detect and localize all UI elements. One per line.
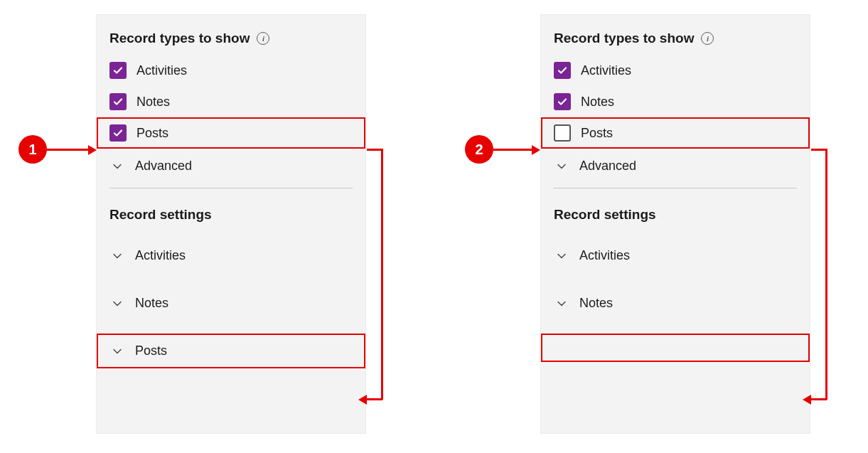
chevron-down-icon: [112, 161, 122, 171]
callout-marker-2-text: 2: [475, 142, 483, 158]
expander-activities-label: Activities: [579, 248, 630, 263]
checkbox-notes-label: Notes: [136, 95, 170, 110]
expander-advanced[interactable]: Advanced: [97, 149, 365, 183]
divider: [554, 188, 797, 188]
expander-advanced-label: Advanced: [579, 159, 636, 174]
expander-activities[interactable]: Activities: [97, 238, 365, 273]
expander-advanced[interactable]: Advanced: [541, 149, 810, 183]
checkbox-notes[interactable]: [554, 93, 571, 110]
checkbox-posts[interactable]: [109, 124, 127, 142]
callout-marker-2: 2: [465, 135, 493, 164]
checkbox-activities[interactable]: [109, 62, 127, 79]
checkbox-posts-label: Posts: [136, 126, 168, 141]
expander-activities-label: Activities: [135, 248, 186, 263]
settings-panel-right: Record types to show i Activities Notes …: [540, 14, 810, 434]
info-icon[interactable]: i: [701, 32, 714, 45]
checkbox-activities[interactable]: [554, 62, 571, 79]
checkbox-row-posts[interactable]: Posts: [97, 117, 365, 149]
connector-line: [811, 149, 827, 151]
expander-notes-label: Notes: [135, 296, 168, 311]
settings-panel-left: Record types to show i Activities Notes …: [96, 14, 366, 434]
expander-advanced-label: Advanced: [135, 159, 192, 174]
record-types-heading-text: Record types to show: [109, 31, 250, 46]
checkbox-posts-label: Posts: [581, 126, 613, 141]
chevron-down-icon: [112, 251, 122, 261]
chevron-down-icon: [557, 161, 567, 171]
record-settings-heading-text: Record settings: [109, 207, 212, 223]
checkbox-activities-label: Activities: [581, 63, 631, 78]
chevron-down-icon: [112, 346, 122, 356]
chevron-down-icon: [557, 299, 567, 309]
checkbox-activities-label: Activities: [136, 63, 187, 78]
expander-activities[interactable]: Activities: [541, 238, 810, 273]
info-icon[interactable]: i: [257, 32, 269, 45]
record-types-heading: Record types to show i: [97, 15, 365, 55]
record-settings-heading-text: Record settings: [554, 207, 656, 223]
connector-line: [367, 149, 382, 151]
record-settings-heading: Record settings: [97, 191, 365, 231]
connector-line: [811, 398, 827, 400]
callout-marker-1-text: 1: [28, 142, 36, 158]
arrow-head-icon: [358, 395, 367, 405]
checkbox-row-activities[interactable]: Activities: [541, 55, 810, 86]
expander-notes[interactable]: Notes: [97, 286, 365, 321]
arrow-shaft: [493, 149, 532, 151]
expander-posts-missing: [541, 334, 810, 362]
arrow-head-icon: [803, 395, 811, 405]
chevron-down-icon: [557, 251, 567, 261]
record-settings-heading: Record settings: [541, 191, 810, 231]
expander-notes[interactable]: Notes: [541, 286, 810, 321]
expander-notes-label: Notes: [579, 296, 613, 311]
connector-line: [381, 149, 383, 400]
checkbox-row-posts[interactable]: Posts: [541, 117, 810, 149]
expander-posts-label: Posts: [135, 343, 167, 358]
checkbox-notes-label: Notes: [581, 95, 614, 110]
chevron-down-icon: [112, 299, 122, 309]
arrow-shaft: [47, 149, 88, 151]
record-types-heading: Record types to show i: [541, 15, 810, 55]
connector-line: [367, 398, 382, 400]
checkbox-row-activities[interactable]: Activities: [97, 55, 365, 86]
connector-line: [825, 149, 827, 400]
checkbox-row-notes[interactable]: Notes: [97, 86, 365, 117]
checkbox-posts[interactable]: [554, 124, 571, 142]
arrow-head-icon: [532, 145, 540, 155]
checkbox-row-notes[interactable]: Notes: [541, 86, 810, 117]
arrow-head-icon: [88, 145, 97, 155]
expander-posts[interactable]: Posts: [97, 334, 365, 368]
divider: [109, 188, 353, 188]
record-types-heading-text: Record types to show: [554, 31, 694, 46]
checkbox-notes[interactable]: [109, 93, 127, 110]
callout-marker-1: 1: [18, 135, 47, 164]
